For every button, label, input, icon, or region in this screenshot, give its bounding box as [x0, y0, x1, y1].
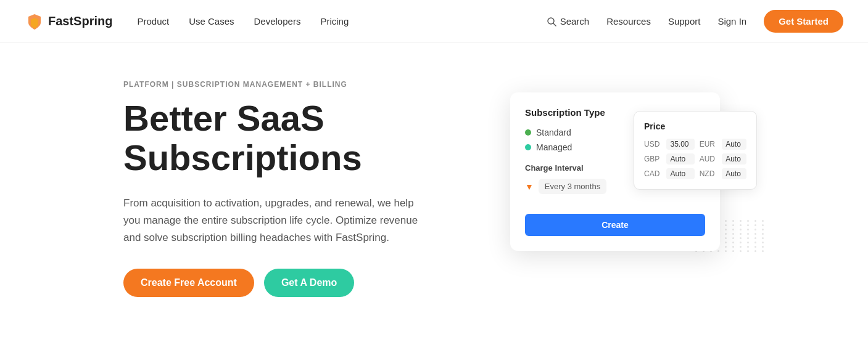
dot-item [717, 250, 719, 252]
logo-text: FastSpring [48, 14, 112, 28]
dot-item [732, 237, 734, 239]
nav-right: Search Resources Support Sign In Get Sta… [547, 10, 843, 33]
create-button[interactable]: Create [525, 214, 705, 236]
hero-visual: Subscription Type Standard Managed Charg… [510, 80, 745, 251]
dot-item [747, 237, 749, 239]
dot-item [747, 242, 749, 243]
nav-use-cases[interactable]: Use Cases [189, 16, 234, 26]
hero-title-line2: Subscriptions [123, 137, 362, 177]
logo-link[interactable]: FastSpring [25, 12, 112, 31]
get-started-button[interactable]: Get Started [764, 10, 843, 33]
logo-icon [25, 12, 44, 31]
dot-item [740, 233, 742, 235]
svg-line-1 [553, 23, 556, 26]
dot-item [747, 246, 749, 248]
dot-item [754, 224, 756, 226]
eur-label: EUR [700, 140, 717, 148]
dot-item [762, 229, 764, 230]
standard-label: Standard [536, 128, 571, 137]
get-demo-button[interactable]: Get A Demo [264, 269, 354, 297]
gbp-label: GBP [644, 155, 661, 163]
dot-item [732, 246, 734, 248]
dot-item [725, 237, 727, 239]
dot-item [754, 242, 756, 243]
dot-item [762, 250, 764, 252]
nav-links: Product Use Cases Developers Pricing [137, 16, 546, 26]
dot-item [732, 224, 734, 226]
hero-title: Better SaaS Subscriptions [123, 99, 461, 177]
dot-item [754, 237, 756, 239]
managed-dot [525, 144, 531, 150]
dot-item [732, 229, 734, 230]
dot-item [725, 250, 727, 252]
dot-item [725, 220, 727, 222]
hero-eyebrow: PLATFORM | SUBSCRIPTION MANAGEMENT + BIL… [123, 80, 461, 89]
price-panel-title: Price [644, 121, 746, 131]
navbar: FastSpring Product Use Cases Developers … [0, 0, 868, 43]
aud-label: AUD [700, 155, 717, 163]
create-account-button[interactable]: Create Free Account [123, 269, 254, 297]
search-button[interactable]: Search [547, 16, 590, 26]
nav-pricing[interactable]: Pricing [320, 16, 349, 26]
dot-item [762, 242, 764, 243]
nzd-value: Auto [722, 168, 746, 179]
eur-value: Auto [722, 139, 746, 150]
dot-item [762, 233, 764, 235]
nav-developers[interactable]: Developers [254, 16, 301, 26]
hero-content: PLATFORM | SUBSCRIPTION MANAGEMENT + BIL… [123, 80, 461, 297]
dot-item [740, 224, 742, 226]
dot-item [754, 233, 756, 235]
dot-item [754, 229, 756, 230]
dot-item [725, 233, 727, 235]
nav-support[interactable]: Support [668, 16, 701, 26]
managed-label: Managed [536, 142, 572, 152]
dot-item [747, 220, 749, 222]
nav-resources[interactable]: Resources [606, 16, 651, 26]
dot-item [732, 250, 734, 252]
search-label: Search [560, 16, 590, 26]
dot-item [754, 246, 756, 248]
dot-item [747, 250, 749, 252]
dot-item [740, 242, 742, 243]
aud-value: Auto [722, 153, 746, 165]
dot-item [740, 220, 742, 222]
dot-item [747, 224, 749, 226]
dot-item [732, 242, 734, 243]
search-icon [547, 17, 556, 26]
nav-sign-in[interactable]: Sign In [717, 16, 746, 26]
gbp-value: Auto [666, 153, 694, 165]
hero-subtitle: From acquisition to activation, upgrades… [123, 195, 432, 246]
charge-interval-arrow: ▼ [525, 182, 534, 192]
dot-item [740, 237, 742, 239]
dot-item [740, 229, 742, 230]
dot-item [747, 229, 749, 230]
price-panel: Price USD 35.00 EUR Auto GBP Auto AUD Au… [634, 111, 757, 190]
usd-label: USD [644, 140, 661, 148]
charge-interval-value: Every 3 months [539, 179, 606, 194]
dot-item [747, 233, 749, 235]
hero-section: PLATFORM | SUBSCRIPTION MANAGEMENT + BIL… [0, 43, 868, 322]
nav-product[interactable]: Product [137, 16, 169, 26]
dot-item [725, 224, 727, 226]
hero-title-line1: Better SaaS [123, 98, 324, 138]
dot-item [732, 233, 734, 235]
nzd-label: NZD [700, 169, 717, 178]
usd-value: 35.00 [666, 139, 694, 150]
dot-item [740, 250, 742, 252]
dot-item [762, 224, 764, 226]
dot-item [732, 220, 734, 222]
dot-item [762, 237, 764, 239]
dot-item [725, 229, 727, 230]
hero-buttons: Create Free Account Get A Demo [123, 269, 461, 297]
dot-item [740, 246, 742, 248]
dot-item [725, 246, 727, 248]
dot-item [725, 242, 727, 243]
dot-item [754, 250, 756, 252]
dot-item [762, 246, 764, 248]
dot-item [762, 220, 764, 222]
cad-label: CAD [644, 169, 661, 178]
dot-item [754, 220, 756, 222]
standard-dot [525, 129, 531, 136]
price-grid: USD 35.00 EUR Auto GBP Auto AUD Auto CAD… [644, 139, 746, 179]
cad-value: Auto [666, 168, 694, 179]
